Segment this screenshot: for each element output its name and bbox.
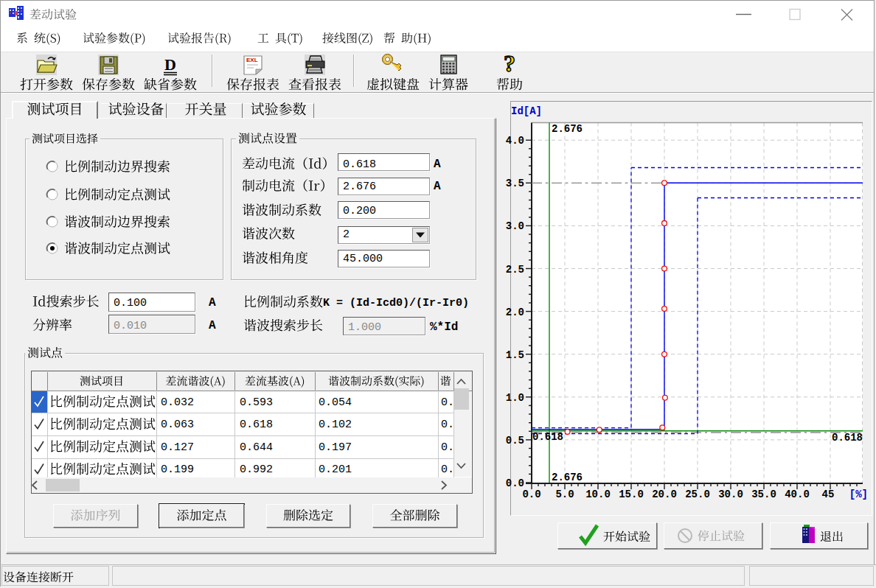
svg-text:10.0: 10.0 xyxy=(585,489,611,500)
svg-text:K = (Id-Icd0)/(Ir-Ir0): K = (Id-Icd0)/(Ir-Ir0) xyxy=(323,297,469,309)
svg-text:0.: 0. xyxy=(441,463,454,476)
svg-text:3.5: 3.5 xyxy=(506,178,524,189)
svg-text:0.127: 0.127 xyxy=(161,441,194,454)
svg-text:45.000: 45.000 xyxy=(343,253,383,265)
svg-text:0.5: 0.5 xyxy=(506,435,524,447)
svg-text:A: A xyxy=(209,296,216,309)
svg-text:40.0: 40.0 xyxy=(785,489,810,500)
svg-text:0.0: 0.0 xyxy=(506,477,524,489)
svg-text:0.992: 0.992 xyxy=(240,463,273,476)
svg-text:4.0: 4.0 xyxy=(506,135,524,147)
svg-text:35.0: 35.0 xyxy=(751,489,776,500)
svg-text:0.: 0. xyxy=(441,396,454,409)
svg-text:?: ? xyxy=(504,50,515,77)
svg-text:A: A xyxy=(434,180,441,193)
svg-text:0.054: 0.054 xyxy=(319,396,352,409)
svg-text:0.100: 0.100 xyxy=(114,297,147,309)
svg-text:1.5: 1.5 xyxy=(506,349,524,361)
svg-text:2: 2 xyxy=(343,228,350,241)
svg-text:EXL: EXL xyxy=(246,57,258,63)
svg-text:0.: 0. xyxy=(441,441,454,454)
svg-text:2.676: 2.676 xyxy=(343,181,376,193)
svg-text:1.0: 1.0 xyxy=(506,392,524,404)
svg-text:2.676: 2.676 xyxy=(552,472,583,483)
svg-text:25.0: 25.0 xyxy=(685,489,710,500)
svg-text:0.010: 0.010 xyxy=(114,320,147,332)
svg-text:45: 45 xyxy=(822,489,835,500)
svg-text:A: A xyxy=(209,319,216,332)
svg-text:0.618: 0.618 xyxy=(240,419,273,431)
svg-text:0.618: 0.618 xyxy=(532,431,563,443)
svg-text:0.102: 0.102 xyxy=(319,419,352,431)
svg-text:1.000: 1.000 xyxy=(348,321,381,334)
svg-text:D: D xyxy=(164,55,176,74)
svg-text:Id[A]: Id[A] xyxy=(511,105,542,117)
svg-text:0.063: 0.063 xyxy=(161,419,194,431)
svg-text:0.199: 0.199 xyxy=(161,463,194,476)
svg-text:0.201: 0.201 xyxy=(319,463,352,476)
svg-text:0.032: 0.032 xyxy=(161,396,194,409)
svg-text:%*Id: %*Id xyxy=(430,321,458,334)
svg-text:0.197: 0.197 xyxy=(319,441,352,454)
svg-text:0.618: 0.618 xyxy=(832,432,863,444)
svg-text:2.676: 2.676 xyxy=(552,123,583,135)
svg-text:2.5: 2.5 xyxy=(506,264,524,276)
svg-text:A: A xyxy=(434,158,441,171)
svg-text:3.0: 3.0 xyxy=(506,220,524,232)
svg-text:[%]: [%] xyxy=(849,489,868,500)
svg-text:15.0: 15.0 xyxy=(619,489,644,500)
svg-text:0.618: 0.618 xyxy=(343,158,376,171)
svg-text:20.0: 20.0 xyxy=(652,489,677,500)
svg-text:0.200: 0.200 xyxy=(343,205,376,217)
svg-text:2.0: 2.0 xyxy=(506,307,524,318)
svg-text:5.0: 5.0 xyxy=(555,489,574,500)
svg-text:0.593: 0.593 xyxy=(240,396,273,409)
svg-text:0.0: 0.0 xyxy=(522,489,540,500)
svg-text:0.644: 0.644 xyxy=(240,441,273,454)
svg-text:30.0: 30.0 xyxy=(718,489,743,500)
svg-text:0.: 0. xyxy=(441,419,454,431)
